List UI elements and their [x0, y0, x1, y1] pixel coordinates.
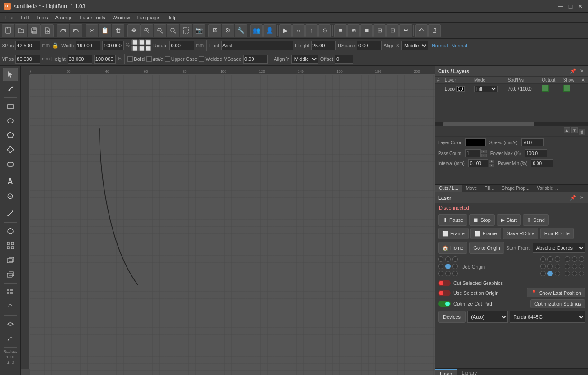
rounded-rect-tool[interactable] [3, 157, 18, 171]
menu-file[interactable]: File [2, 14, 17, 21]
start-from-select[interactable]: Absolute Coords [533, 243, 585, 253]
rotate-input[interactable] [169, 41, 194, 50]
speed-input[interactable] [521, 138, 544, 146]
tab-fill[interactable]: Fill... [481, 185, 498, 192]
cut-button[interactable]: ✂ [86, 24, 98, 37]
refresh-button[interactable] [415, 24, 428, 37]
rotate3-tool[interactable] [3, 300, 18, 313]
triangle-tool[interactable] [3, 143, 18, 156]
pen-tool[interactable] [3, 82, 18, 96]
run-button[interactable]: ▶ [279, 24, 292, 37]
interval-up-btn[interactable]: ▲ [489, 160, 494, 163]
show-toggle[interactable] [563, 85, 570, 92]
layer-output[interactable] [540, 84, 561, 94]
measure-tool[interactable] [3, 207, 18, 220]
pass-count-input[interactable] [465, 149, 481, 157]
origin2-br[interactable] [555, 271, 560, 276]
zoom-sel-button[interactable] [167, 24, 179, 37]
origin-tc[interactable] [445, 256, 451, 262]
new-button[interactable] [2, 24, 14, 37]
rect-tool[interactable] [3, 100, 18, 113]
polygon-tool[interactable] [3, 128, 18, 142]
origin-tr[interactable] [452, 256, 458, 262]
menu-help[interactable]: Help [163, 14, 181, 21]
canvas-area[interactable]: 020406080100120140160180200 [21, 66, 435, 375]
origin-br[interactable] [452, 271, 458, 276]
frame2-button[interactable]: ⬜ Frame [470, 228, 501, 239]
device-select[interactable]: (Auto) [467, 311, 508, 323]
pass-down-btn[interactable]: ▼ [481, 154, 487, 157]
origin3-bc[interactable] [572, 271, 577, 276]
cuts-panel-close[interactable]: ✕ [578, 68, 585, 75]
menu-language[interactable]: Language [134, 14, 163, 21]
origin3-br[interactable] [579, 271, 584, 276]
width-pct-input[interactable] [102, 41, 124, 50]
origin2-ml[interactable] [540, 264, 546, 269]
snap-btn6[interactable]: ⬜ [145, 46, 151, 51]
laser-panel-controls[interactable]: 📌 ✕ [570, 194, 585, 201]
menu-arrange[interactable]: Arrange [51, 14, 76, 21]
origin3-ml[interactable] [565, 264, 570, 269]
stop-button[interactable]: ⏹ Stop [469, 214, 495, 226]
cut-selected-toggle[interactable] [438, 280, 451, 286]
window-controls[interactable]: ─ □ ✕ [556, 2, 584, 10]
menu-edit[interactable]: Edit [17, 14, 33, 21]
tab-move[interactable]: Move [462, 185, 481, 192]
zoom-out-button[interactable] [154, 24, 166, 37]
settings-button[interactable]: ⚙ [222, 24, 234, 37]
ypos-input[interactable] [15, 55, 40, 64]
origin3-mr[interactable] [579, 264, 584, 269]
snap-btn5[interactable]: ⬜ [138, 46, 145, 51]
paste-button[interactable]: 📋 [99, 24, 111, 37]
show-last-position-button[interactable]: 📍 Show Last Position [527, 288, 585, 297]
interval-input[interactable] [468, 159, 488, 167]
align3-button[interactable]: ≣ [360, 24, 373, 37]
snap-btn3[interactable]: ⬜ [145, 39, 151, 45]
offset-input[interactable] [335, 55, 353, 64]
origin2-tl[interactable] [540, 256, 546, 262]
table-row[interactable]: Logo 00 Fill 70.0 [435, 84, 588, 94]
cuts-panel-pin[interactable]: 📌 [570, 68, 577, 75]
point-tool[interactable]: ⊙ [3, 189, 18, 203]
delete-button[interactable]: 🗑 [112, 24, 124, 37]
interval-down-btn[interactable]: ▼ [489, 164, 494, 167]
devices-button[interactable]: Devices [438, 311, 466, 323]
start-button[interactable]: ▶ Start [497, 214, 521, 226]
canvas[interactable] [30, 75, 435, 375]
origin3-tr[interactable] [579, 256, 584, 262]
align-y-select[interactable]: Middle [291, 55, 318, 64]
tab-laser[interactable]: Laser [435, 369, 457, 375]
menu-tools[interactable]: Tools [33, 14, 52, 21]
minimize-button[interactable]: ─ [556, 2, 565, 10]
origin-bc[interactable] [445, 271, 451, 276]
output-toggle[interactable] [542, 85, 549, 92]
origin2-bc[interactable] [547, 271, 553, 276]
ruida-select[interactable]: Ruida 6445G [510, 311, 585, 323]
origin-mc[interactable] [445, 264, 451, 269]
move-tool[interactable]: ✥ [127, 24, 140, 37]
origin3-bl[interactable] [565, 271, 570, 276]
mode-select[interactable]: Fill [474, 86, 498, 92]
grid1-button[interactable]: ⊞ [373, 24, 386, 37]
dots-button[interactable]: ∺ [399, 24, 412, 37]
width-input[interactable] [76, 41, 100, 50]
font-input[interactable] [221, 41, 293, 50]
maximize-button[interactable]: □ [566, 2, 574, 10]
layer-mode[interactable]: Fill [472, 84, 506, 94]
array-tool[interactable] [3, 285, 18, 299]
node-edit-tool[interactable] [3, 239, 18, 252]
origin-tl[interactable] [438, 256, 443, 262]
undo-button[interactable] [70, 24, 82, 37]
redo-button[interactable] [57, 24, 69, 37]
zoom-fit-button[interactable] [140, 24, 153, 37]
origin-mr[interactable] [452, 264, 458, 269]
save-button[interactable] [28, 24, 41, 37]
xpos-input[interactable] [15, 41, 40, 50]
bold-checkbox[interactable] [127, 56, 133, 62]
snap-btn2[interactable]: ⬜ [138, 39, 145, 45]
origin2-mc[interactable] [547, 264, 553, 269]
origin-bl[interactable] [438, 271, 443, 276]
run-rd-button[interactable]: Run RD file [540, 228, 574, 239]
cuts-panel-controls[interactable]: 📌 ✕ [570, 68, 585, 75]
uppercase-checkbox[interactable] [165, 56, 170, 62]
